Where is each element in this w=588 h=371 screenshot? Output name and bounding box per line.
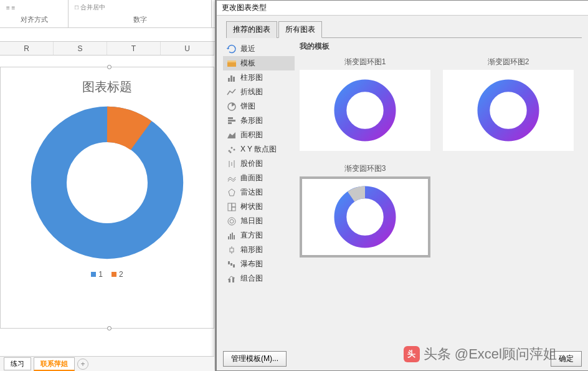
area-icon xyxy=(227,130,237,140)
category-label: 瀑布图 xyxy=(240,259,263,269)
category-label: 直方图 xyxy=(240,230,263,241)
change-chart-type-dialog: 更改图表类型 推荐的图表 所有图表 最近模板柱形图折线图饼图条形图面积图X Y … xyxy=(215,0,588,371)
svg-point-38 xyxy=(340,192,389,241)
category-label: 条形图 xyxy=(240,115,263,126)
category-area[interactable]: 面积图 xyxy=(223,128,295,142)
category-combo[interactable]: 组合图 xyxy=(223,271,295,286)
legend-swatch xyxy=(91,272,96,277)
col-header[interactable]: U xyxy=(161,42,214,55)
category-label: 柱形图 xyxy=(240,72,263,83)
svg-rect-31 xyxy=(228,261,230,264)
legend-swatch xyxy=(111,272,116,277)
embedded-chart[interactable]: 图表标题 1 2 xyxy=(0,67,214,329)
selection-handle[interactable] xyxy=(107,326,111,330)
sheet-tab[interactable]: 练习 xyxy=(4,357,31,370)
category-sunburst[interactable]: 旭日图 xyxy=(223,214,295,228)
template-item[interactable]: 渐变圆环图2 xyxy=(443,57,574,151)
watermark: 头 头条 @Excel顾问萍姐 xyxy=(404,345,557,364)
svg-rect-32 xyxy=(230,263,232,266)
recent-icon xyxy=(227,44,237,54)
svg-point-37 xyxy=(483,85,533,135)
category-recent[interactable]: 最近 xyxy=(223,42,295,56)
line-icon xyxy=(227,87,237,97)
svg-rect-21 xyxy=(232,207,235,211)
manage-templates-button[interactable]: 管理模板(M)... xyxy=(223,351,287,367)
svg-point-13 xyxy=(234,148,235,150)
ribbon-group-align-label: 对齐方式 xyxy=(6,13,62,26)
category-radar[interactable]: 雷达图 xyxy=(223,185,295,200)
category-label: 雷达图 xyxy=(240,187,263,198)
legend-label: 2 xyxy=(119,270,123,279)
svg-rect-19 xyxy=(228,203,232,211)
category-label: 旭日图 xyxy=(240,216,263,226)
histogram-icon xyxy=(227,231,237,241)
template-preview xyxy=(443,70,574,151)
category-template[interactable]: 模板 xyxy=(223,56,295,70)
stock-icon xyxy=(227,159,237,169)
column-icon xyxy=(227,73,237,83)
chart-title[interactable]: 图表标题 xyxy=(1,79,214,95)
svg-point-14 xyxy=(230,151,232,153)
category-label: 组合图 xyxy=(240,273,263,284)
svg-rect-4 xyxy=(230,75,232,82)
template-label: 渐变圆环图1 xyxy=(300,57,430,67)
svg-rect-7 xyxy=(228,117,233,119)
ribbon-group-align: ≡ ≡ 对齐方式 xyxy=(0,0,69,27)
chart-legend[interactable]: 1 2 xyxy=(1,270,214,279)
column-headers: R S T U xyxy=(0,42,214,55)
svg-rect-27 xyxy=(234,235,235,239)
category-stock[interactable]: 股价图 xyxy=(223,157,295,171)
svg-rect-28 xyxy=(230,248,234,252)
svg-rect-8 xyxy=(228,120,235,122)
category-surface[interactable]: 曲面图 xyxy=(223,171,295,185)
treemap-icon xyxy=(227,202,237,212)
ribbon-merge-stub[interactable]: □ 合并居中 xyxy=(75,2,205,13)
category-treemap[interactable]: 树状图 xyxy=(223,200,295,214)
category-scatter[interactable]: X Y 散点图 xyxy=(223,142,295,157)
category-pie[interactable]: 饼图 xyxy=(223,99,295,113)
category-column[interactable]: 柱形图 xyxy=(223,70,295,85)
boxwhisker-icon xyxy=(227,245,237,255)
tab-recommended[interactable]: 推荐的图表 xyxy=(226,21,277,38)
category-label: 折线图 xyxy=(240,87,263,97)
sheet-tab[interactable]: 联系萍姐 xyxy=(34,357,75,371)
template-label: 渐变圆环图2 xyxy=(443,57,574,67)
add-sheet-button[interactable]: + xyxy=(77,359,88,370)
svg-point-23 xyxy=(228,218,235,225)
svg-rect-5 xyxy=(233,77,235,82)
dialog-tabs: 推荐的图表 所有图表 xyxy=(226,21,582,38)
template-item[interactable]: 渐变圆环图3 xyxy=(300,163,430,258)
category-boxwhisker[interactable]: 箱形图 xyxy=(223,243,295,257)
template-icon xyxy=(227,59,237,69)
col-header[interactable]: T xyxy=(107,42,161,55)
template-panel: 我的模板 渐变圆环图1渐变圆环图2渐变圆环图3 xyxy=(295,38,582,344)
watermark-logo-icon: 头 xyxy=(404,346,420,362)
svg-rect-2 xyxy=(227,60,236,62)
tab-all-charts[interactable]: 所有图表 xyxy=(278,21,322,38)
col-header[interactable]: R xyxy=(0,42,54,55)
template-item[interactable]: 渐变圆环图1 xyxy=(300,57,430,151)
col-header[interactable]: S xyxy=(54,42,107,55)
template-preview xyxy=(300,70,430,151)
svg-rect-9 xyxy=(228,122,232,124)
ribbon-group-number-label: 数字 xyxy=(75,13,205,26)
svg-marker-18 xyxy=(229,189,235,196)
scatter-icon xyxy=(227,145,237,155)
category-bar[interactable]: 条形图 xyxy=(223,113,295,128)
template-grid: 渐变圆环图1渐变圆环图2渐变圆环图3 xyxy=(300,57,582,258)
category-label: 箱形图 xyxy=(240,244,263,255)
svg-rect-3 xyxy=(228,78,230,82)
donut-chart[interactable] xyxy=(1,102,214,264)
category-histogram[interactable]: 直方图 xyxy=(223,228,295,243)
sheet-tabs: 练习 联系萍姐 + xyxy=(0,356,214,371)
pie-icon xyxy=(227,102,237,112)
category-label: 股价图 xyxy=(240,158,263,169)
template-panel-header: 我的模板 xyxy=(300,41,582,52)
sunburst-icon xyxy=(227,216,237,226)
svg-rect-25 xyxy=(230,234,231,239)
svg-rect-26 xyxy=(232,233,233,239)
category-waterfall[interactable]: 瀑布图 xyxy=(223,257,295,271)
chart-category-list: 最近模板柱形图折线图饼图条形图面积图X Y 散点图股价图曲面图雷达图树状图旭日图… xyxy=(223,38,295,344)
category-line[interactable]: 折线图 xyxy=(223,85,295,99)
selection-handle[interactable] xyxy=(107,65,111,69)
